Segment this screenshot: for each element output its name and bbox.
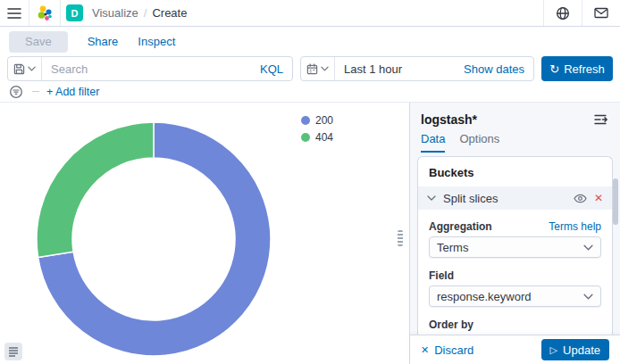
header-divider (60, 0, 61, 26)
filter-bar: + Add filter (0, 81, 620, 103)
field-value: response.keyword (437, 290, 583, 303)
hamburger-icon (7, 8, 21, 19)
menu-right-icon (594, 114, 607, 125)
visualize-toolbar: Save Share Inspect (0, 27, 620, 56)
field-label: Field (429, 269, 454, 282)
field-group: Field response.keyword (429, 269, 601, 307)
chevron-down-icon (583, 294, 593, 300)
index-pattern-title: logstash* (421, 112, 477, 127)
header-right (543, 0, 620, 26)
bucket-row-label: Split slices (443, 192, 566, 205)
order-by-label: Order by (429, 318, 473, 331)
add-filter-button[interactable]: + Add filter (46, 86, 99, 98)
calendar-icon (306, 63, 318, 75)
share-button[interactable]: Share (88, 35, 119, 48)
date-picker-group: Last 1 hour Show dates (300, 56, 534, 81)
donut-chart[interactable] (0, 103, 409, 364)
discard-label: Discard (434, 343, 473, 357)
editor-panel-header: logstash* (410, 103, 620, 127)
query-language-button[interactable]: KQL (251, 62, 292, 76)
update-play-icon: ▷ (550, 344, 557, 356)
chevron-down-icon (583, 244, 593, 251)
legend-item-200[interactable]: 200 (301, 114, 333, 127)
tab-data[interactable]: Data (421, 132, 445, 153)
elastic-logo-icon (36, 4, 54, 22)
space-avatar[interactable]: D (66, 4, 83, 21)
news-button[interactable] (544, 0, 582, 26)
eye-icon[interactable] (574, 194, 587, 203)
elastic-logo[interactable] (29, 4, 60, 22)
buckets-title: Buckets (418, 157, 612, 186)
chart-legend: 200404 (301, 114, 333, 148)
tab-options[interactable]: Options (459, 132, 499, 153)
split-slices-row[interactable]: Split slices ✕ (418, 186, 612, 210)
saved-query-menu-button[interactable] (8, 57, 42, 80)
filter-divider (32, 91, 39, 92)
order-by-group: Order by Metric: Count (429, 318, 601, 335)
time-range-value[interactable]: Last 1 hour (335, 62, 455, 76)
chevron-down-icon (28, 66, 36, 71)
field-select[interactable]: response.keyword (429, 285, 601, 307)
date-quick-menu-button[interactable] (301, 57, 335, 80)
aggregation-select[interactable]: Terms (429, 236, 601, 258)
collapse-panel-button[interactable] (592, 112, 609, 127)
breadcrumb: Visualize / Create (92, 6, 187, 20)
refresh-icon: ↻ (549, 62, 559, 76)
refresh-button[interactable]: ↻ Refresh (541, 56, 613, 81)
chevron-down-icon (427, 195, 436, 201)
search-input[interactable] (42, 62, 251, 76)
refresh-label: Refresh (564, 62, 605, 76)
main-content: 200404 logstash* Data Options Buckets (0, 103, 620, 364)
legend-item-404[interactable]: 404 (301, 131, 333, 144)
editor-tabs: Data Options (410, 127, 620, 153)
legend-label: 200 (315, 114, 333, 127)
breadcrumb-create: Create (152, 6, 187, 20)
aggregation-label: Aggregation (429, 220, 492, 233)
inspect-button[interactable]: Inspect (138, 35, 175, 48)
remove-bucket-icon[interactable]: ✕ (594, 193, 603, 203)
filter-icon[interactable] (9, 85, 23, 99)
top-header: D Visualize / Create (0, 0, 620, 27)
breadcrumb-visualize[interactable]: Visualize (92, 6, 138, 20)
discard-button[interactable]: ✕ Discard (421, 343, 473, 357)
list-icon (8, 346, 19, 357)
editor-panel: logstash* Data Options Buckets Split sli… (409, 103, 620, 364)
legend-label: 404 (315, 131, 333, 144)
breadcrumb-separator: / (144, 6, 147, 20)
legend-toggle-button[interactable] (4, 343, 22, 360)
bucket-form: Aggregation Terms help Terms Field (418, 210, 612, 335)
scrollbar-thumb[interactable] (613, 178, 618, 225)
show-dates-button[interactable]: Show dates (455, 62, 533, 76)
panel-resize-handle[interactable] (398, 230, 403, 246)
update-label: Update (563, 343, 600, 357)
save-query-icon (13, 63, 25, 75)
chevron-down-icon (321, 66, 329, 71)
globe-icon (556, 6, 570, 21)
envelope-icon (594, 7, 608, 19)
aggregation-group: Aggregation Terms help Terms (429, 220, 601, 258)
menu-button[interactable] (0, 0, 29, 26)
update-button[interactable]: ▷ Update (541, 339, 609, 360)
legend-dot (301, 133, 310, 142)
save-button[interactable]: Save (9, 31, 68, 53)
editor-footer: ✕ Discard ▷ Update (410, 335, 620, 364)
legend-dot (301, 116, 310, 125)
terms-help-link[interactable]: Terms help (549, 220, 601, 233)
aggregation-value: Terms (437, 241, 583, 254)
query-bar: KQL Last 1 hour Show dates ↻ Refresh (0, 56, 620, 81)
mail-button[interactable] (582, 0, 620, 26)
visualization-area: 200404 (0, 103, 409, 364)
donut-slice-404[interactable] (37, 122, 154, 257)
buckets-card: Buckets Split slices ✕ Aggregation Terms… (417, 156, 613, 335)
discard-close-icon: ✕ (421, 344, 429, 356)
search-group: KQL (7, 56, 293, 81)
